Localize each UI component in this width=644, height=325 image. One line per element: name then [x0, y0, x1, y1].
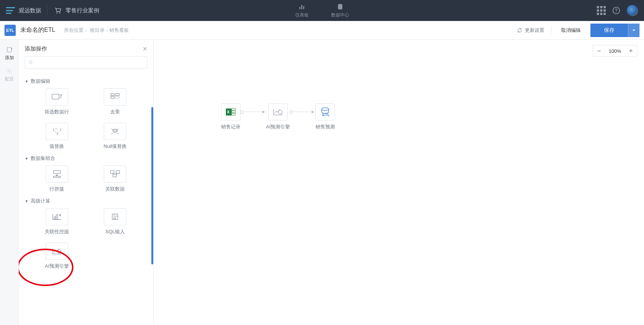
node-ai-engine[interactable]: AI预测引擎 [266, 103, 290, 130]
body: 添加 配置 添加操作 × ▼数据编辑 筛选数据行 去重 [0, 40, 644, 325]
close-icon[interactable]: × [143, 45, 147, 52]
cancel-button[interactable]: 取消编辑 [558, 27, 584, 34]
svg-rect-19 [53, 171, 60, 173]
op-label: 值替换 [49, 143, 64, 150]
top-nav: 仪表板 数据中心 [295, 0, 349, 21]
op-ai-predict[interactable]: AI预测引擎 [35, 243, 79, 270]
node-output[interactable]: ETL 销售预测 [315, 103, 335, 130]
rail-config[interactable]: 配置 [5, 66, 14, 85]
group-title: 数据集组合 [31, 155, 55, 162]
etl-title[interactable]: 未命名的ETL [20, 26, 55, 34]
group-title: 高级计算 [31, 198, 50, 204]
op-label: 关联数据 [105, 186, 125, 192]
gear-icon [6, 68, 13, 75]
op-null-replace[interactable]: NULL Null值替换 [94, 123, 137, 150]
svg-rect-12 [116, 94, 119, 96]
tab-dashboard[interactable]: 仪表板 [295, 0, 309, 21]
logo-icon [6, 7, 15, 14]
svg-rect-13 [116, 96, 119, 98]
rail-label: 添加 [5, 55, 14, 61]
svg-rect-33 [232, 113, 235, 115]
search-box [25, 56, 147, 69]
canvas[interactable]: − 100% + X 销售记录 AI预测引擎 ETL [154, 40, 644, 325]
svg-rect-3 [301, 5, 302, 9]
group-data-edit[interactable]: ▼数据编辑 [25, 78, 147, 85]
brand-logo[interactable]: 观远数据 [6, 7, 41, 14]
svg-rect-21 [111, 171, 114, 173]
refresh-settings[interactable]: 更新设置 [517, 27, 544, 34]
search-input[interactable] [25, 56, 147, 69]
op-value-replace[interactable]: 123 值替换 [35, 123, 79, 150]
save-button[interactable]: 保存 [590, 24, 628, 37]
ops-panel: 添加操作 × ▼数据编辑 筛选数据行 去重 123 值替换 [19, 40, 154, 325]
connector[interactable] [242, 112, 264, 112]
svg-text:NULL: NULL [114, 130, 118, 132]
replace-icon: 123 [51, 127, 63, 136]
node-label: 销售记录 [221, 124, 241, 130]
rail-label: 配置 [5, 76, 14, 82]
zoom-control: − 100% + [593, 45, 637, 57]
op-label: 去重 [110, 109, 120, 115]
join-icon [109, 169, 121, 179]
zoom-value: 100% [605, 48, 625, 54]
refresh-icon [517, 27, 523, 33]
save-dropdown[interactable] [628, 24, 640, 37]
ops-panel-header: 添加操作 × [19, 40, 153, 56]
svg-rect-24 [54, 217, 55, 219]
mining-icon [51, 212, 63, 222]
separator [551, 26, 551, 35]
breadcrumb-sep: › [106, 27, 108, 33]
svg-text:3: 3 [56, 132, 58, 136]
svg-rect-6 [7, 48, 12, 52]
rail-add[interactable]: 添加 [5, 44, 14, 63]
brand-text: 观远数据 [19, 7, 41, 14]
svg-point-0 [57, 12, 58, 13]
op-sql-input[interactable]: SQL SQL输入 [94, 208, 137, 235]
header-divider [47, 5, 48, 16]
breadcrumb-item[interactable]: 销售看板 [109, 27, 129, 34]
svg-rect-4 [303, 6, 304, 9]
op-label: 关联性挖掘 [45, 228, 69, 235]
caret-down-icon: ▼ [25, 79, 28, 83]
svg-rect-11 [111, 96, 114, 98]
op-dedup[interactable]: 去重 [94, 88, 137, 115]
ops-grid: 关联性挖掘 SQL SQL输入 AI预测引擎 [25, 208, 147, 270]
svg-text:ETL: ETL [323, 113, 330, 117]
tab-datacenter[interactable]: 数据中心 [331, 0, 349, 21]
etl-output-icon: ETL [320, 106, 331, 118]
op-label: 筛选数据行 [45, 109, 69, 115]
project-selector[interactable]: 零售行业案例 [54, 6, 99, 15]
svg-rect-32 [232, 111, 235, 113]
sql-icon: SQL [109, 212, 121, 222]
group-advanced-calc[interactable]: ▼高级计算 [25, 198, 147, 204]
scrollbar-thumb[interactable] [151, 107, 153, 264]
svg-rect-2 [299, 7, 300, 9]
chevron-down-icon [632, 28, 636, 32]
avatar[interactable] [627, 5, 638, 16]
connector[interactable] [291, 112, 314, 112]
ops-scroll[interactable]: ▼数据编辑 筛选数据行 去重 123 值替换 NULL Null值替换 [19, 73, 153, 325]
help-icon[interactable]: ? [613, 7, 620, 14]
zoom-out-button[interactable]: − [593, 45, 605, 57]
project-name: 零售行业案例 [66, 7, 99, 14]
ops-grid: 筛选数据行 去重 123 值替换 NULL Null值替换 [25, 88, 147, 150]
tab-label: 数据中心 [331, 12, 349, 18]
bar-chart-icon [298, 3, 306, 10]
op-filter-rows[interactable]: 筛选数据行 [35, 88, 79, 115]
group-title: 数据编辑 [31, 78, 50, 85]
node-source[interactable]: X 销售记录 [221, 103, 241, 130]
ai-predict-icon [51, 246, 63, 256]
cart-icon [54, 6, 62, 15]
sub-header: ETL 未命名的ETL 所在位置： 根目录 › 销售看板 更新设置 取消编辑 保… [0, 21, 644, 40]
apps-icon[interactable] [597, 6, 606, 15]
search-icon [28, 60, 34, 65]
group-dataset-combine[interactable]: ▼数据集组合 [25, 155, 147, 162]
breadcrumb-item[interactable]: 根目录 [90, 27, 105, 34]
op-join-data[interactable]: 关联数据 [94, 165, 137, 192]
svg-text:SQL: SQL [114, 215, 118, 217]
op-row-concat[interactable]: 行拼接 [35, 165, 79, 192]
op-correlation-mining[interactable]: 关联性挖掘 [35, 208, 79, 235]
zoom-in-button[interactable]: + [625, 45, 637, 57]
svg-rect-25 [56, 215, 58, 219]
location-label: 所在位置： [64, 27, 88, 34]
